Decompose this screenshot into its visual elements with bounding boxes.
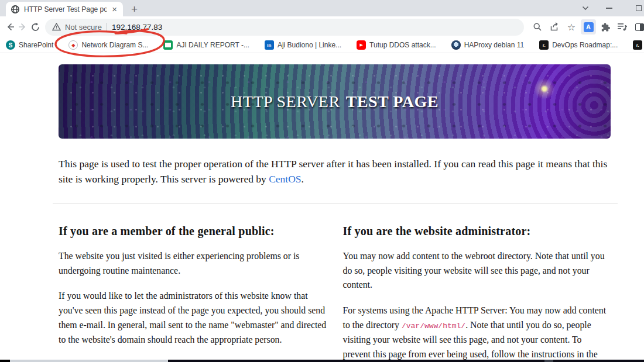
public-column: If you are a member of the general publi… [59,204,327,362]
banner-title: HTTP SERVER TEST PAGE [59,64,611,139]
intro-text: This page is used to test the proper ope… [59,158,607,185]
window-controls [574,0,644,16]
banner-title-part2: TEST PAGE [346,92,439,111]
bookmark-label: AJI DAILY REPORT -... [176,41,249,49]
admin-paragraph-2: For systems using the Apache HTTP Server… [343,304,611,362]
address-bar[interactable]: Not secure 192.168.77.83 [45,19,524,36]
admin-paragraph-1: You may now add content to the webroot d… [343,249,611,292]
bookmark-haproxy[interactable]: HAProxy debian 11 [451,40,525,50]
roadmap-icon: r. [539,40,549,50]
public-paragraph-2: If you would like to let the administrat… [59,289,327,347]
test-page-banner: HTTP SERVER TEST PAGE [59,64,611,139]
extensions-puzzle-icon[interactable] [598,19,613,35]
admin-heading: If you are the website administrator: [343,225,611,238]
linkedin-icon: in [265,40,274,50]
new-tab-button[interactable]: + [131,4,138,15]
bookmark-docker-roadmap[interactable]: r. Docker Roadmap -... [633,40,644,50]
webroot-path-code: /var/www/html/ [402,322,465,330]
banner-title-part1: HTTP SERVER [231,92,340,111]
youtube-icon: ▶ [357,40,366,50]
public-paragraph-1: The website you just visited is either e… [59,249,327,278]
browser-tab[interactable]: HTTP Server Test Page powered × [6,2,123,16]
url-text[interactable]: 192.168.77.83 [112,23,162,32]
taskbar-edge [0,360,644,362]
bookmark-label: Network Diagram S... [81,41,148,49]
bookmark-label: DevOps Roadmap:... [552,41,618,49]
media-list-icon[interactable] [615,19,630,35]
network-diagram-icon: ◆ [68,40,78,50]
side-panel-icon[interactable] [632,19,644,35]
centos-link[interactable]: CentOS [269,173,301,185]
tab-strip: HTTP Server Test Page powered × + [0,0,644,16]
webpage-content: HTTP SERVER TEST PAGE This page is used … [0,64,644,362]
bookmarks-bar: S SharePoint ◆ Network Diagram S... AJI … [0,37,644,53]
toolbar-right-icons: ☆ A [530,19,644,35]
omnibox-separator [107,23,107,32]
two-column-section: If you are a member of the general publi… [59,204,611,362]
search-icon[interactable] [530,19,545,35]
tab-search-chevron-icon[interactable] [574,0,597,16]
bookmark-label: SharePoint [19,41,53,49]
maximize-button[interactable] [621,0,644,16]
roadmap-icon: r. [633,40,642,50]
share-icon[interactable] [547,19,562,35]
bookmark-label: HAProxy debian 11 [464,41,525,49]
forward-icon[interactable] [18,19,28,35]
bookmark-star-icon[interactable]: ☆ [564,19,579,35]
translate-extension-icon[interactable]: A [581,19,596,35]
minimize-button[interactable] [597,0,621,16]
globe-favicon-icon [11,5,20,14]
back-icon[interactable] [5,19,15,35]
not-secure-label: Not secure [65,23,102,32]
bookmark-network-diagram[interactable]: ◆ Network Diagram S... [68,40,148,50]
bookmark-devops-roadmap[interactable]: r. DevOps Roadmap:... [539,40,618,50]
sharepoint-icon: S [6,40,15,50]
bookmark-label: Tutup DDOS attack... [369,41,436,49]
not-secure-warning-icon [52,23,61,31]
public-heading: If you are a member of the general publi… [59,225,327,238]
bookmark-linkedin[interactable]: in Aji Budiono | Linke... [265,40,341,50]
bookmark-aji-daily-report[interactable]: AJI DAILY REPORT -... [163,40,249,50]
bookmark-youtube-ddos[interactable]: ▶ Tutup DDOS attack... [357,40,436,50]
reload-icon[interactable] [30,19,40,35]
security-chip[interactable]: Not secure [52,23,102,32]
intro-paragraph: This page is used to test the proper ope… [59,157,609,187]
admin-column: If you are the website administrator: Yo… [343,204,611,362]
tab-close-icon[interactable]: × [111,5,118,13]
bookmark-sharepoint[interactable]: S SharePoint [6,40,53,50]
google-sheets-icon [163,40,173,50]
haproxy-icon [451,40,461,50]
tab-title: HTTP Server Test Page powered [24,5,107,13]
browser-toolbar: Not secure 192.168.77.83 ☆ A [0,16,644,37]
intro-period: . [302,173,304,185]
bookmark-label: Aji Budiono | Linke... [278,41,341,49]
